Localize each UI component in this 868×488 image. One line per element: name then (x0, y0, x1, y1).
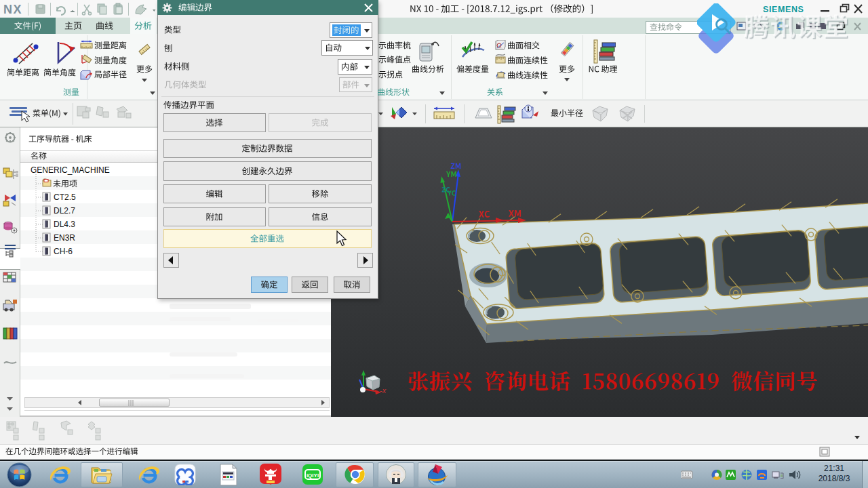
svg-text:iQIYI: iQIYI (307, 472, 319, 479)
